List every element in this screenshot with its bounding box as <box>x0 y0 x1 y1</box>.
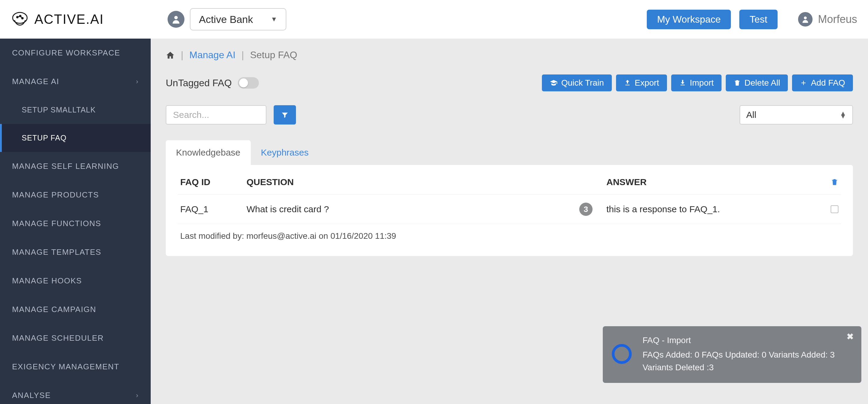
toggle-label: UnTagged FAQ <box>166 77 232 89</box>
toast-text: FAQs Added: 0 FAQs Updated: 0 Variants A… <box>643 348 852 374</box>
toolbar: UnTagged FAQ Quick Train Export <box>166 74 853 91</box>
delete-column-icon[interactable] <box>831 178 838 186</box>
sidebar-item-label: CONFIGURE WORKSPACE <box>12 48 120 58</box>
button-label: Add FAQ <box>811 78 845 88</box>
user-block[interactable]: Morfeus <box>798 12 857 27</box>
quick-train-button[interactable]: Quick Train <box>542 74 612 91</box>
sidebar-item-manage-ai[interactable]: MANAGE AI › <box>0 67 151 96</box>
button-label: Import <box>690 78 714 88</box>
workspace-avatar-icon <box>167 11 184 28</box>
upload-icon <box>624 79 631 87</box>
sidebar-item-setup-faq[interactable]: SETUP FAQ <box>0 124 151 152</box>
header-right: My Workspace Test Morfeus <box>647 10 857 29</box>
cell-answer: this is a response to FAQ_1. <box>607 204 805 214</box>
breadcrumb-separator: | <box>181 50 183 61</box>
add-faq-button[interactable]: Add FAQ <box>792 74 853 91</box>
sidebar: CONFIGURE WORKSPACE MANAGE AI › SETUP SM… <box>0 39 151 404</box>
action-row: Quick Train Export Import <box>542 74 853 91</box>
search-input[interactable]: ✖ <box>166 105 267 125</box>
trash-icon <box>734 79 741 87</box>
sidebar-item-setup-smalltalk[interactable]: SETUP SMALLTALK <box>0 96 151 124</box>
filter-button[interactable] <box>274 105 296 125</box>
breadcrumb-link-manage-ai[interactable]: Manage AI <box>189 50 236 61</box>
table-row[interactable]: FAQ_1 What is credit card ? 3 this is a … <box>178 195 841 224</box>
filter-selected-label: All <box>746 110 756 120</box>
my-workspace-button[interactable]: My Workspace <box>647 10 731 29</box>
sidebar-item-label: MANAGE AI <box>12 77 59 86</box>
brand-icon <box>11 10 29 28</box>
sidebar-item-manage-hooks[interactable]: MANAGE HOOKS <box>0 267 151 295</box>
toast-title: FAQ - Import <box>643 334 852 347</box>
tabs: Knowledgebase Keyphrases <box>166 140 853 165</box>
sidebar-item-manage-templates[interactable]: MANAGE TEMPLATES <box>0 238 151 267</box>
tab-keyphrases[interactable]: Keyphrases <box>251 140 319 165</box>
sidebar-item-label: EXIGENCY MANAGEMENT <box>12 362 119 371</box>
filter-icon <box>281 111 289 119</box>
toast-notification: ✖ FAQ - Import FAQs Added: 0 FAQs Update… <box>603 326 861 383</box>
col-answer: ANSWER <box>607 177 805 187</box>
sidebar-item-label: MANAGE FUNCTIONS <box>12 219 101 228</box>
svg-point-4 <box>174 16 178 19</box>
button-label: Export <box>635 78 659 88</box>
sidebar-item-label: MANAGE TEMPLATES <box>12 248 101 257</box>
svg-point-5 <box>804 17 807 19</box>
search-bar: ✖ All ▲▼ <box>166 105 853 125</box>
table-header: FAQ ID QUESTION ANSWER <box>178 177 841 195</box>
sidebar-item-manage-products[interactable]: MANAGE PRODUCTS <box>0 181 151 209</box>
sidebar-item-manage-campaign[interactable]: MANAGE CAMPAIGN <box>0 295 151 324</box>
chevron-right-icon: › <box>136 78 138 86</box>
plus-icon <box>800 79 807 87</box>
home-icon[interactable] <box>166 51 175 60</box>
export-button[interactable]: Export <box>616 74 667 91</box>
brand: ACTIVE.AI <box>11 10 167 28</box>
sidebar-item-label: MANAGE SELF LEARNING <box>12 162 119 171</box>
button-label: Quick Train <box>561 78 604 88</box>
last-modified: Last modified by: morfeus@active.ai on 0… <box>178 224 841 241</box>
sidebar-item-configure-workspace[interactable]: CONFIGURE WORKSPACE <box>0 39 151 67</box>
main: | Manage AI | Setup FAQ UnTagged FAQ Qui… <box>151 39 868 404</box>
delete-all-button[interactable]: Delete All <box>726 74 788 91</box>
close-icon[interactable]: ✖ <box>846 332 854 342</box>
workspace-selected-label: Active Bank <box>199 13 253 25</box>
sidebar-item-label: SETUP FAQ <box>22 133 67 142</box>
sidebar-item-label: ANALYSE <box>12 391 51 400</box>
untagged-toggle[interactable] <box>238 77 259 89</box>
sidebar-item-exigency-management[interactable]: EXIGENCY MANAGEMENT <box>0 352 151 381</box>
header: ACTIVE.AI Active Bank ▼ My Workspace Tes… <box>0 0 868 39</box>
user-avatar-icon <box>798 12 812 27</box>
cell-question: What is credit card ? <box>247 204 579 214</box>
chevron-right-icon: › <box>136 392 138 400</box>
import-button[interactable]: Import <box>671 74 721 91</box>
col-faq-id: FAQ ID <box>180 177 247 187</box>
cell-faq-id: FAQ_1 <box>180 204 247 214</box>
sidebar-item-manage-functions[interactable]: MANAGE FUNCTIONS <box>0 209 151 238</box>
row-checkbox[interactable] <box>831 205 838 213</box>
col-question: QUESTION <box>247 177 579 187</box>
sidebar-item-label: MANAGE CAMPAIGN <box>12 305 96 314</box>
spinner-icon <box>612 344 632 364</box>
search-field[interactable] <box>173 110 288 120</box>
caret-down-icon: ▼ <box>271 15 277 23</box>
workspace-block: Active Bank ▼ <box>167 8 286 30</box>
sidebar-item-label: MANAGE PRODUCTS <box>12 190 99 199</box>
sort-icon: ▲▼ <box>840 112 846 118</box>
filter-select[interactable]: All ▲▼ <box>740 105 853 125</box>
sidebar-item-manage-scheduler[interactable]: MANAGE SCHEDULER <box>0 324 151 352</box>
breadcrumb: | Manage AI | Setup FAQ <box>166 50 853 61</box>
breadcrumb-current: Setup FAQ <box>250 50 298 61</box>
variant-count-badge: 3 <box>579 203 592 216</box>
button-label: Delete All <box>744 78 780 88</box>
sidebar-item-label: MANAGE HOOKS <box>12 276 82 285</box>
graduation-cap-icon <box>550 79 558 87</box>
table-card: FAQ ID QUESTION ANSWER FAQ_1 What is cre… <box>166 165 853 256</box>
sidebar-item-analyse[interactable]: ANALYSE › <box>0 381 151 404</box>
sidebar-item-label: SETUP SMALLTALK <box>22 105 96 114</box>
brand-text: ACTIVE.AI <box>34 12 104 27</box>
tab-knowledgebase[interactable]: Knowledgebase <box>166 140 251 165</box>
breadcrumb-separator: | <box>241 50 244 61</box>
workspace-select[interactable]: Active Bank ▼ <box>190 8 286 30</box>
test-button[interactable]: Test <box>739 10 778 29</box>
user-name: Morfeus <box>818 13 857 26</box>
sidebar-item-label: MANAGE SCHEDULER <box>12 334 104 343</box>
sidebar-item-manage-self-learning[interactable]: MANAGE SELF LEARNING <box>0 152 151 181</box>
